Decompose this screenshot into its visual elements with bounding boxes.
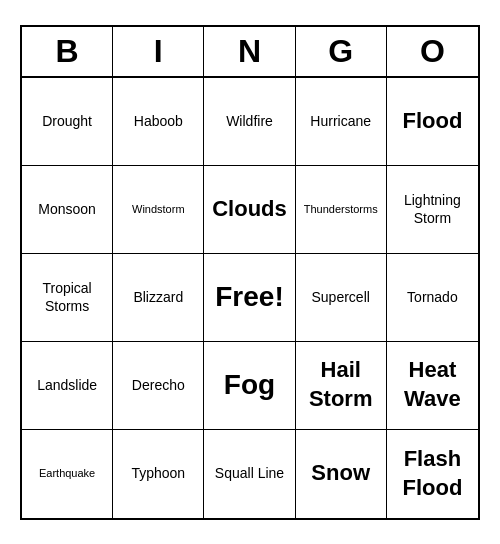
bingo-card: BINGO DroughtHaboobWildfireHurricaneFloo… <box>20 25 480 520</box>
header-letter: B <box>22 27 113 76</box>
header-letter: I <box>113 27 204 76</box>
bingo-cell: Wildfire <box>204 78 295 166</box>
bingo-cell: Windstorm <box>113 166 204 254</box>
bingo-cell: Thunderstorms <box>296 166 387 254</box>
bingo-cell: Hurricane <box>296 78 387 166</box>
bingo-cell: Tropical Storms <box>22 254 113 342</box>
bingo-cell: Snow <box>296 430 387 518</box>
bingo-cell: Supercell <box>296 254 387 342</box>
header-letter: O <box>387 27 478 76</box>
header-letter: N <box>204 27 295 76</box>
bingo-grid: DroughtHaboobWildfireHurricaneFloodMonso… <box>22 78 478 518</box>
bingo-cell: Flash Flood <box>387 430 478 518</box>
bingo-cell: Fog <box>204 342 295 430</box>
bingo-cell: Drought <box>22 78 113 166</box>
bingo-cell: Haboob <box>113 78 204 166</box>
bingo-cell: Free! <box>204 254 295 342</box>
bingo-cell: Lightning Storm <box>387 166 478 254</box>
bingo-cell: Typhoon <box>113 430 204 518</box>
bingo-cell: Clouds <box>204 166 295 254</box>
bingo-cell: Landslide <box>22 342 113 430</box>
bingo-cell: Monsoon <box>22 166 113 254</box>
bingo-cell: Earthquake <box>22 430 113 518</box>
bingo-cell: Heat Wave <box>387 342 478 430</box>
bingo-cell: Hail Storm <box>296 342 387 430</box>
bingo-header: BINGO <box>22 27 478 78</box>
bingo-cell: Tornado <box>387 254 478 342</box>
bingo-cell: Flood <box>387 78 478 166</box>
bingo-cell: Blizzard <box>113 254 204 342</box>
header-letter: G <box>296 27 387 76</box>
bingo-cell: Derecho <box>113 342 204 430</box>
bingo-cell: Squall Line <box>204 430 295 518</box>
